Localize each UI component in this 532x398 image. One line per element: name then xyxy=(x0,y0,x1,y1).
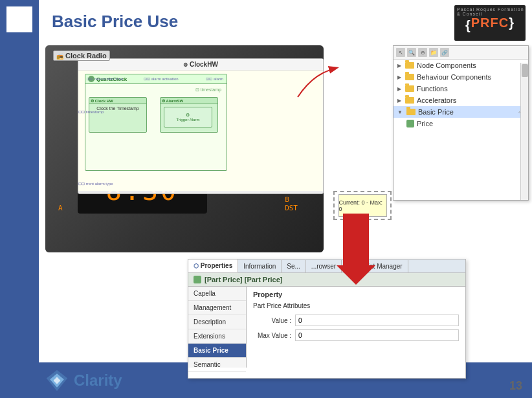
expand-arrow-node: ▶ xyxy=(397,63,401,69)
uml-alarm-activation: ⊡⊡ alarm activation xyxy=(144,76,179,81)
nav-management[interactable]: Management xyxy=(188,301,246,315)
props-max-value-input[interactable] xyxy=(295,329,459,341)
clock-radio-label: 📻 Clock Radio xyxy=(53,50,110,61)
main-content: Basic Price Use Pascal Roques Formation … xyxy=(39,0,532,362)
props-section-title: Property xyxy=(253,291,459,298)
uml-diagram: ⚙ ClockHW QuartzClock ⊡ timestamp xyxy=(78,58,324,194)
clarity-name: Clarity xyxy=(74,371,122,390)
properties-title-icon xyxy=(194,276,201,283)
tab-properties[interactable]: ⬡ Properties xyxy=(188,260,238,272)
uml-timestamp-label: ⊡ timestamp xyxy=(195,87,221,93)
price-icon xyxy=(406,120,414,127)
folder-accelerators-icon xyxy=(405,97,414,104)
folder-basic-price-icon xyxy=(406,109,416,115)
props-section-content: Part Price Attributes xyxy=(253,302,459,309)
uml-box-trigger-alarm: ⚙ Trigger Alarm xyxy=(164,107,212,127)
expand-arrow-functions: ▶ xyxy=(397,86,401,92)
props-field-max-value: Max Value : xyxy=(253,329,459,341)
tree-scrollbar[interactable] xyxy=(520,63,528,200)
folder-node-components-icon xyxy=(405,62,414,69)
page-number: 13 xyxy=(509,379,522,393)
nav-extensions[interactable]: Extensions xyxy=(188,329,246,344)
nav-description[interactable]: Description xyxy=(188,315,246,329)
folder-functions-icon xyxy=(405,85,414,92)
svg-marker-5 xyxy=(337,214,375,285)
uml-box-alarmSW: ⚙ AlarmSW ⚙ Trigger Alarm xyxy=(160,97,218,133)
tab-se[interactable]: Se... xyxy=(282,260,306,272)
expand-arrow-behaviour: ▶ xyxy=(397,74,401,80)
uml-clockhw-title: ⚙ ClockHW xyxy=(78,59,323,71)
prfc-letters: PRFC xyxy=(471,16,509,30)
uml-box-clock-timestamp: ⚙ AlarmSWClock HW Clock the Timestamp xyxy=(89,97,147,133)
sidebar-logo xyxy=(6,6,32,32)
clarity-diamond-icon xyxy=(45,369,69,392)
tree-item-basic-price[interactable]: ▼ Basic Price «» xyxy=(393,106,528,118)
folder-behaviour-icon xyxy=(405,74,414,80)
properties-right-content: Property Part Price Attributes Value : M… xyxy=(247,287,465,368)
folder-open-icon[interactable]: 📁 xyxy=(429,48,438,57)
tree-toolbar: ↖ 🔍 ⊖ 📁 🔗 xyxy=(393,46,528,60)
tree-item-price[interactable]: Price xyxy=(393,118,528,129)
properties-left-nav: Capella Management Description Extension… xyxy=(188,287,247,368)
uml-left-alarmtype: ⊡⊡ rrent alarm type xyxy=(78,181,113,186)
uml-box-quartzClock: QuartzClock ⊡ timestamp ⚙ AlarmSWClock H… xyxy=(85,74,227,171)
scroll-thumb xyxy=(522,64,528,77)
nav-basic-price[interactable]: Basic Price xyxy=(188,344,246,358)
right-panel-tree: ↖ 🔍 ⊖ 📁 🔗 ▶ Node Components ▶ Behaviour … xyxy=(393,45,529,201)
zoom-in-icon[interactable]: 🔍 xyxy=(407,48,416,57)
props-value-input[interactable] xyxy=(295,315,459,326)
nav-semantic[interactable]: Semantic xyxy=(188,358,246,372)
nav-capella[interactable]: Capella xyxy=(188,287,246,301)
prfc-brace-close: } xyxy=(509,16,515,30)
props-field-value: Value : xyxy=(253,315,459,326)
uml-left-timestamp: ⊡⊡ timestamp xyxy=(78,109,104,114)
tree-item-node-components[interactable]: ▶ Node Components xyxy=(393,60,528,71)
tab-information[interactable]: Information xyxy=(238,260,282,272)
expand-arrow-basic-price: ▼ xyxy=(397,109,403,115)
prfc-brace-open: { xyxy=(465,18,471,33)
props-value-label: Value : xyxy=(253,317,295,324)
properties-body: Capella Management Description Extension… xyxy=(188,287,465,368)
expand-arrow-accelerators: ▶ xyxy=(397,98,401,104)
left-sidebar xyxy=(0,0,39,398)
tree-item-accelerators[interactable]: ▶ Accelerators xyxy=(393,94,528,106)
red-arrow-down-icon xyxy=(337,214,375,291)
props-max-value-label: Max Value : xyxy=(253,332,295,339)
tree-item-functions[interactable]: ▶ Functions xyxy=(393,83,528,94)
cursor-icon[interactable]: ↖ xyxy=(396,48,405,57)
uml-alarm-label: ⊡⊡ alarm xyxy=(206,76,223,81)
link-icon[interactable]: 🔗 xyxy=(440,48,449,57)
uml-inner: QuartzClock ⊡ timestamp ⚙ AlarmSWClock H… xyxy=(78,71,323,191)
zoom-out-icon[interactable]: ⊖ xyxy=(418,48,427,57)
page-title: Basic Price Use xyxy=(52,12,178,32)
properties-title-bar: [Part Price] [Part Price] xyxy=(188,273,465,287)
prfc-logo: Pascal Roques Formation & Conseil {PRFC} xyxy=(454,5,526,41)
tree-item-behaviour-components[interactable]: ▶ Behaviour Components xyxy=(393,71,528,83)
uml-new-current-time: ⊡⊡ new current time xyxy=(87,76,123,81)
properties-panel: ⬡ Properties Information Se... ...rowser… xyxy=(188,259,466,379)
clarity-logo: Clarity xyxy=(45,369,122,392)
properties-tabs: ⬡ Properties Information Se... ...rowser… xyxy=(188,260,465,273)
